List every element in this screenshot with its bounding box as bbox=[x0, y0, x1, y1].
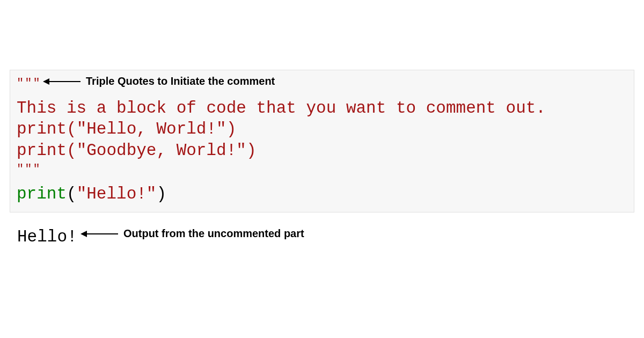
active-print-line: print("Hello!") bbox=[17, 183, 627, 205]
annotation-top-label: Triple Quotes to Initiate the comment bbox=[86, 75, 275, 87]
annotation-top: Triple Quotes to Initiate the comment bbox=[43, 75, 275, 87]
comment-line-2: print("Hello, World!") bbox=[17, 119, 627, 140]
print-keyword: print bbox=[17, 120, 67, 138]
annotation-bottom: Output from the uncommented part bbox=[80, 227, 304, 240]
string-literal: "Goodbye, World!" bbox=[77, 141, 246, 160]
string-literal: "Hello!" bbox=[77, 185, 157, 203]
output-text: Hello! bbox=[17, 227, 77, 246]
close-paren: ) bbox=[246, 141, 257, 160]
arrow-left-icon bbox=[80, 230, 119, 238]
string-literal: "Hello, World!" bbox=[77, 120, 226, 138]
print-keyword: print bbox=[17, 185, 67, 203]
code-block: """ This is a block of code that you wan… bbox=[10, 70, 634, 212]
comment-line-1: This is a block of code that you want to… bbox=[17, 98, 627, 119]
close-paren: ) bbox=[226, 120, 237, 138]
open-paren: ( bbox=[67, 141, 77, 160]
svg-marker-3 bbox=[80, 231, 87, 237]
open-paren: ( bbox=[67, 185, 77, 203]
comment-line-3: print("Goodbye, World!") bbox=[17, 140, 627, 161]
svg-marker-1 bbox=[43, 78, 49, 85]
arrow-left-icon bbox=[43, 77, 82, 86]
print-keyword: print bbox=[17, 141, 67, 160]
close-triple-quotes: """ bbox=[17, 161, 627, 178]
open-paren: ( bbox=[67, 120, 77, 138]
close-paren: ) bbox=[156, 185, 166, 203]
annotation-bottom-label: Output from the uncommented part bbox=[123, 227, 304, 240]
